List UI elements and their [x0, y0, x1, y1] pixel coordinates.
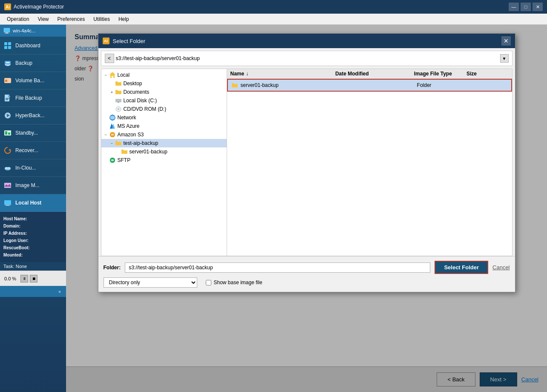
cdrom-icon: [115, 106, 122, 112]
svg-rect-6: [8, 46, 11, 49]
dialog-cancel-button[interactable]: Cancel: [492, 264, 510, 271]
expand-icon: +: [109, 89, 115, 95]
col-type[interactable]: Image File Type: [414, 71, 466, 77]
network-icon: [109, 114, 116, 121]
svg-rect-29: [5, 205, 10, 206]
path-back-button[interactable]: <: [105, 54, 114, 63]
select-folder-button[interactable]: Select Folder: [435, 261, 488, 274]
tree-item-server01-backup[interactable]: server01-backup: [101, 147, 227, 156]
tree-item-cdrom-d[interactable]: CD/DVD ROM (D:): [101, 105, 227, 113]
tree-item-label: Desktop: [124, 81, 142, 86]
svg-rect-2: [5, 33, 9, 34]
menu-view[interactable]: View: [34, 15, 53, 23]
col-name[interactable]: Name ↓: [230, 71, 335, 77]
maximize-button[interactable]: □: [521, 3, 531, 11]
tree-item-sftp[interactable]: SFTP: [101, 156, 227, 164]
path-input[interactable]: [116, 55, 498, 61]
expand-icon: −: [109, 140, 115, 146]
expand-icon: [109, 81, 115, 86]
folder-icon: [115, 140, 122, 147]
tree-item-network[interactable]: Network: [101, 113, 227, 122]
path-bar: < ▼: [101, 51, 512, 66]
expand-icon: [109, 98, 115, 104]
directory-select[interactable]: Directory onlyAll files: [104, 277, 197, 288]
folder-icon: [121, 148, 128, 155]
sidebar-item-label: Backup: [15, 60, 32, 66]
pause-button[interactable]: ⏸: [20, 275, 28, 282]
sidebar-item-localhost[interactable]: Local Host: [0, 194, 66, 212]
sidebar-item-standby[interactable]: Standby...: [0, 124, 66, 142]
task-line: Task: None: [0, 262, 66, 271]
sidebar-item-label: File Backup: [15, 95, 42, 101]
tree-item-label: Network: [118, 115, 136, 121]
sidebar-item-dashboard[interactable]: Dashboard: [0, 37, 66, 55]
progress-percent: 0.0 %: [4, 276, 16, 281]
file-row-server01-backup[interactable]: server01-backup Folder: [227, 79, 512, 92]
svg-rect-20: [8, 133, 10, 135]
svg-rect-30: [115, 99, 121, 102]
show-base-image-label: Show base image file: [214, 280, 262, 285]
dialog-title-text: Select Folder: [113, 38, 146, 44]
sidebar-header: win-4a4c...: [0, 25, 66, 37]
tree-item-label: server01-backup: [130, 149, 167, 155]
close-button[interactable]: ✕: [533, 3, 543, 11]
expand-icon: [115, 149, 121, 155]
tree-item-local[interactable]: − Local: [101, 71, 227, 79]
expand-icon: [103, 157, 109, 163]
svg-point-24: [7, 167, 11, 170]
file-panel: Name ↓ Date Modified Image File Type Siz…: [227, 69, 512, 256]
file-type: Folder: [417, 82, 467, 88]
minimize-button[interactable]: —: [509, 3, 519, 11]
tree-item-ms-azure[interactable]: MS Azure: [101, 122, 227, 130]
file-icon: [3, 94, 12, 102]
menu-utilities[interactable]: Utilities: [89, 15, 114, 23]
localhost-icon: [3, 199, 12, 207]
sidebar-item-recover[interactable]: Recover...: [0, 142, 66, 159]
col-size[interactable]: Size: [466, 71, 509, 77]
collapse-sidebar-button[interactable]: «: [56, 288, 63, 295]
svg-rect-11: [5, 80, 7, 82]
svg-rect-5: [4, 46, 7, 49]
dialog-close-button[interactable]: ✕: [501, 36, 511, 46]
volume-icon: [3, 76, 12, 85]
content-area: Summary Advanced Options ❓ mpression old…: [66, 25, 547, 392]
col-date[interactable]: Date Modified: [335, 71, 414, 77]
sidebar-item-volume-backup[interactable]: Volume Ba...: [0, 72, 66, 89]
title-bar-controls: — □ ✕: [509, 3, 543, 11]
browser-container: − Local Desktop +: [101, 69, 512, 256]
path-dropdown-button[interactable]: ▼: [500, 54, 509, 63]
sidebar-item-file-backup[interactable]: File Backup: [0, 89, 66, 107]
tree-item-documents[interactable]: + Documents: [101, 88, 227, 96]
sort-icon: ↓: [246, 71, 248, 77]
tree-item-amazon-s3[interactable]: − Amazon S3: [101, 130, 227, 139]
menu-operation[interactable]: Operation: [3, 15, 34, 23]
sidebar-item-label: Recover...: [15, 147, 38, 153]
sidebar-item-incloud[interactable]: In-Clou...: [0, 159, 66, 177]
sidebar-item-hyperback[interactable]: HyperBack...: [0, 107, 66, 124]
stop-button[interactable]: ⏹: [30, 275, 37, 282]
tree-item-label: SFTP: [118, 157, 131, 163]
show-base-image-checkbox[interactable]: [206, 280, 211, 285]
svg-rect-19: [5, 131, 7, 135]
sidebar-item-backup[interactable]: Backup: [0, 55, 66, 72]
folder-row: Folder: Select Folder Cancel: [104, 261, 510, 274]
menu-help[interactable]: Help: [114, 15, 133, 23]
options-row: Directory onlyAll files Show base image …: [104, 277, 510, 288]
expand-icon: [109, 106, 115, 112]
tree-item-label: Local: [118, 72, 130, 78]
expand-icon: [103, 123, 109, 129]
menu-preferences[interactable]: Preferences: [53, 15, 89, 23]
tree-item-test-aip-backup[interactable]: − test-aip-backup: [101, 139, 227, 147]
dialog-footer: Folder: Select Folder Cancel Directory o…: [98, 256, 515, 292]
tree-item-desktop[interactable]: Desktop: [101, 79, 227, 88]
app-icon: Ai: [4, 3, 11, 10]
sidebar-item-label: HyperBack...: [15, 112, 45, 118]
tree-item-label: test-aip-backup: [124, 140, 158, 146]
dialog-title-left: Ai Select Folder: [103, 37, 146, 44]
svg-rect-27: [4, 200, 11, 205]
tree-item-label: Documents: [124, 89, 150, 95]
tree-item-local-disk-c[interactable]: Local Disk (C:): [101, 96, 227, 105]
sidebar-item-label: Standby...: [15, 130, 38, 136]
folder-input[interactable]: [125, 262, 430, 273]
sidebar-item-image[interactable]: Image M...: [0, 177, 66, 194]
